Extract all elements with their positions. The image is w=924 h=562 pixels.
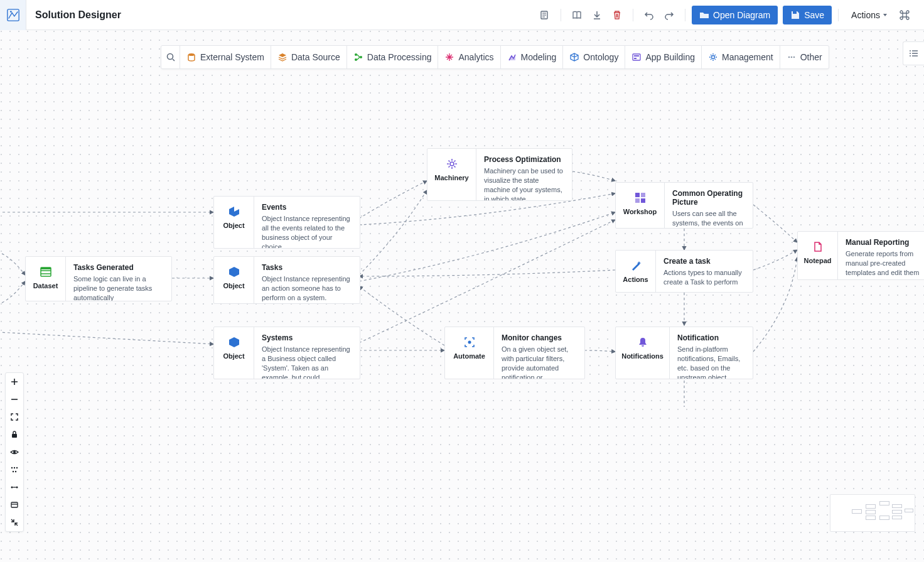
palette-item-data-source[interactable]: Data Source — [271, 46, 347, 68]
divider — [561, 9, 561, 21]
palette-item-ontology[interactable]: Ontology — [563, 46, 625, 68]
grid-dots-icon — [10, 465, 19, 474]
svg-rect-35 — [12, 434, 17, 438]
gear-icon — [446, 158, 458, 170]
layout-button[interactable] — [6, 461, 23, 478]
divider — [838, 9, 839, 21]
palette-item-external-system[interactable]: External System — [180, 46, 271, 68]
cube-icon — [228, 266, 240, 278]
cube-icon — [228, 336, 240, 349]
app-header: Solution Designer Open Diagram Save Acti… — [0, 0, 924, 30]
divider — [633, 9, 633, 21]
svg-point-9 — [355, 53, 357, 56]
dashboard-icon — [634, 192, 647, 204]
cube-icon — [570, 53, 579, 62]
svg-line-7 — [173, 59, 175, 61]
divider — [685, 9, 685, 21]
svg-point-43 — [16, 487, 18, 489]
lock-button[interactable] — [6, 426, 23, 443]
node-notepad[interactable]: Notepad Manual ReportingGenerate reports… — [797, 231, 924, 280]
undo-icon-button[interactable] — [640, 6, 658, 24]
keyboard-shortcuts-button[interactable] — [895, 6, 914, 24]
palette-item-app-building[interactable]: App Building — [625, 46, 702, 68]
download-icon — [592, 10, 602, 20]
node-notifications[interactable]: Notifications NotificationSend in-platfo… — [615, 327, 753, 379]
zoom-out-button[interactable] — [6, 391, 23, 408]
palette-item-data-processing[interactable]: Data Processing — [347, 46, 439, 68]
node-machinery[interactable]: Machinery Process OptimizationMachinery … — [427, 148, 572, 201]
svg-point-39 — [16, 467, 18, 468]
palette-item-management[interactable]: Management — [702, 46, 780, 68]
notepad-icon — [812, 241, 824, 252]
palette-item-analytics[interactable]: Analytics — [438, 46, 500, 68]
node-automate[interactable]: Automate Monitor changesOn a given objec… — [444, 327, 585, 379]
document-icon — [540, 10, 550, 20]
actions-menu-button[interactable]: Actions — [845, 6, 894, 24]
svg-point-23 — [910, 53, 911, 54]
connect-icon — [10, 483, 19, 492]
collapse-icon — [10, 518, 19, 527]
wand-icon — [630, 259, 642, 272]
svg-rect-14 — [634, 58, 637, 59]
book-icon — [572, 10, 582, 20]
book-icon-button[interactable] — [567, 6, 586, 24]
lock-icon — [10, 430, 19, 439]
svg-rect-13 — [634, 55, 639, 57]
command-icon — [900, 10, 910, 20]
node-actions[interactable]: Actions Create a taskActions types to ma… — [615, 250, 753, 293]
node-events[interactable]: Object EventsObject Instance representin… — [213, 196, 360, 249]
svg-point-37 — [11, 467, 13, 468]
minus-icon — [10, 395, 19, 404]
dots-icon — [787, 53, 796, 62]
svg-point-6 — [167, 54, 173, 60]
zoom-in-button[interactable] — [6, 373, 23, 391]
palette-item-other[interactable]: Other — [780, 46, 829, 68]
redo-icon-button[interactable] — [660, 6, 679, 24]
svg-rect-32 — [641, 193, 645, 197]
app-logo[interactable] — [0, 0, 26, 30]
delete-icon-button[interactable] — [608, 6, 626, 24]
svg-point-16 — [788, 57, 790, 58]
diagram-canvas[interactable]: External System Data Source Data Process… — [0, 30, 924, 562]
fit-screen-button[interactable] — [6, 408, 23, 426]
canvas-tools — [5, 372, 24, 532]
save-button[interactable]: Save — [783, 6, 832, 24]
table-of-contents-button[interactable] — [903, 41, 924, 65]
svg-point-24 — [910, 55, 911, 57]
svg-rect-31 — [635, 193, 640, 197]
card-button[interactable] — [6, 496, 23, 514]
node-systems[interactable]: Object SystemsObject Instance representi… — [213, 327, 360, 379]
trash-icon — [612, 10, 622, 20]
svg-point-36 — [13, 451, 16, 453]
page-title: Solution Designer — [35, 9, 535, 21]
collapse-button[interactable] — [6, 514, 23, 531]
redo-icon — [664, 10, 674, 20]
analytics-icon — [445, 53, 454, 62]
svg-point-8 — [188, 53, 195, 56]
minimap[interactable] — [830, 494, 915, 532]
download-icon-button[interactable] — [588, 6, 606, 24]
node-palette: External System Data Source Data Process… — [161, 45, 829, 69]
bell-icon — [637, 337, 648, 348]
node-workshop[interactable]: Workshop Common Operating PictureUsers c… — [615, 182, 753, 229]
layers-icon — [278, 53, 287, 62]
gear-icon — [709, 53, 717, 62]
search-icon — [166, 52, 176, 62]
palette-item-modeling[interactable]: Modeling — [501, 46, 564, 68]
database-icon — [187, 53, 196, 62]
document-icon-button[interactable] — [535, 6, 554, 24]
caret-down-icon — [883, 13, 888, 18]
palette-search-button[interactable] — [161, 46, 180, 68]
open-diagram-button[interactable]: Open Diagram — [692, 6, 778, 24]
connect-button[interactable] — [6, 478, 23, 496]
visibility-button[interactable] — [6, 443, 23, 461]
eye-icon — [10, 448, 19, 457]
node-dataset[interactable]: Dataset Tasks GeneratedSome logic can li… — [25, 256, 172, 301]
svg-rect-12 — [633, 54, 640, 60]
svg-rect-33 — [635, 198, 640, 203]
node-tasks[interactable]: Object TasksObject Instance representing… — [213, 256, 360, 304]
svg-rect-34 — [641, 198, 645, 203]
svg-rect-28 — [41, 267, 51, 269]
toc-icon — [909, 48, 919, 58]
app-icon — [632, 53, 641, 62]
